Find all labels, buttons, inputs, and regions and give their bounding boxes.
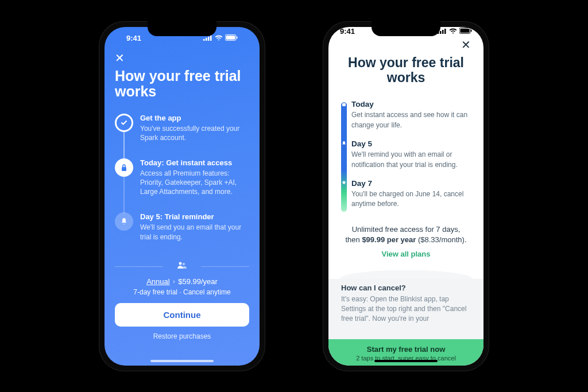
plan-selector[interactable]: Annual › $59.99/year	[115, 277, 249, 286]
step-desc: You'll be charged on June 14, cancel any…	[351, 189, 471, 209]
wifi-icon	[449, 27, 457, 36]
svg-rect-16	[471, 29, 472, 32]
star-icon	[342, 180, 346, 185]
step-title: Day 5: Trial reminder	[140, 212, 249, 221]
wifi-icon	[215, 34, 223, 42]
plan-label: Annual	[146, 277, 169, 286]
step-desc: We'll send you an email that your trial …	[140, 223, 249, 241]
check-icon	[115, 114, 133, 132]
step-title: Today	[351, 100, 471, 108]
svg-rect-17	[342, 103, 346, 106]
timeline: Get the app You've successfully created …	[115, 114, 249, 258]
restore-purchases-link[interactable]: Restore purchases	[115, 332, 249, 340]
page-title: How your free trial works	[341, 55, 471, 86]
faq-title: How can I cancel?	[341, 284, 471, 292]
svg-rect-12	[442, 30, 444, 34]
phone-right: 9:41 ✕ How your free trial works	[323, 21, 489, 371]
close-icon[interactable]: ✕	[341, 36, 471, 55]
screen-white: 9:41 ✕ How your free trial works	[328, 27, 483, 366]
bell-icon	[342, 141, 346, 145]
timeline: Today Get instant access and see how it …	[341, 100, 471, 218]
svg-rect-5	[226, 36, 235, 40]
timeline-step-1: Get the app You've successfully created …	[115, 114, 249, 158]
page-title: How your free trial works	[115, 68, 249, 100]
continue-button[interactable]: Continue	[115, 303, 249, 327]
status-icons	[438, 27, 472, 36]
phone-left: 9:41 ✕ How your free trial works	[99, 21, 265, 371]
progress-bar	[341, 102, 347, 211]
plan-price: $59.99/year	[178, 277, 218, 286]
battery-icon	[459, 27, 472, 36]
status-time: 9:41	[126, 34, 141, 42]
svg-rect-6	[237, 37, 238, 39]
chevron-right-icon: ›	[172, 278, 176, 285]
timeline-step-3: Day 5: Trial reminder We'll send you an …	[115, 212, 249, 257]
close-icon[interactable]: ✕	[115, 50, 249, 68]
status-time: 9:41	[340, 27, 355, 36]
timeline-step-day5: Day 5 We'll remind you with an email or …	[351, 139, 471, 170]
battery-icon	[225, 34, 238, 42]
step-desc: Access all Premium features: Priority, G…	[140, 169, 249, 197]
step-title: Day 5	[351, 139, 471, 148]
bell-icon	[115, 212, 133, 231]
svg-rect-0	[203, 39, 205, 41]
step-title: Day 7	[351, 179, 471, 188]
view-all-plans-link[interactable]: View all plans	[341, 250, 471, 258]
svg-rect-3	[210, 36, 212, 41]
notch	[148, 21, 216, 36]
svg-point-8	[179, 262, 182, 265]
timeline-step-today: Today Get instant access and see how it …	[351, 100, 471, 130]
lock-icon	[115, 158, 133, 177]
cta-line1: Start my free trial now	[335, 345, 477, 354]
step-desc: Get instant access and see how it can ch…	[351, 110, 471, 130]
home-indicator[interactable]	[150, 360, 214, 362]
step-title: Get the app	[140, 114, 249, 122]
svg-rect-1	[206, 38, 207, 41]
faq-section: How can I cancel? It's easy: Open the Bl…	[341, 269, 471, 365]
people-icon	[115, 261, 249, 271]
trial-terms: 7-day free trial · Cancel anytime	[115, 288, 249, 296]
svg-point-9	[183, 263, 185, 265]
screen-blue: 9:41 ✕ How your free trial works	[105, 27, 260, 366]
svg-rect-2	[208, 37, 210, 41]
home-indicator[interactable]	[374, 360, 438, 362]
timeline-step-day7: Day 7 You'll be charged on June 14, canc…	[351, 179, 471, 209]
faq-text: It's easy: Open the Blinkist app, tap Se…	[341, 294, 471, 323]
lock-icon	[342, 101, 346, 106]
svg-rect-15	[461, 29, 470, 33]
step-title: Today: Get instant access	[140, 158, 249, 167]
notch	[372, 21, 440, 36]
step-desc: You've successfully created your Spark a…	[140, 124, 249, 142]
step-desc: We'll remind you with an email or notifi…	[351, 150, 471, 170]
timeline-step-2: Today: Get instant access Access all Pre…	[115, 158, 249, 213]
svg-rect-7	[122, 167, 126, 171]
svg-rect-11	[440, 31, 442, 34]
svg-rect-13	[444, 29, 446, 34]
pricing-text: Unlimited free access for 7 days, then $…	[341, 224, 471, 245]
